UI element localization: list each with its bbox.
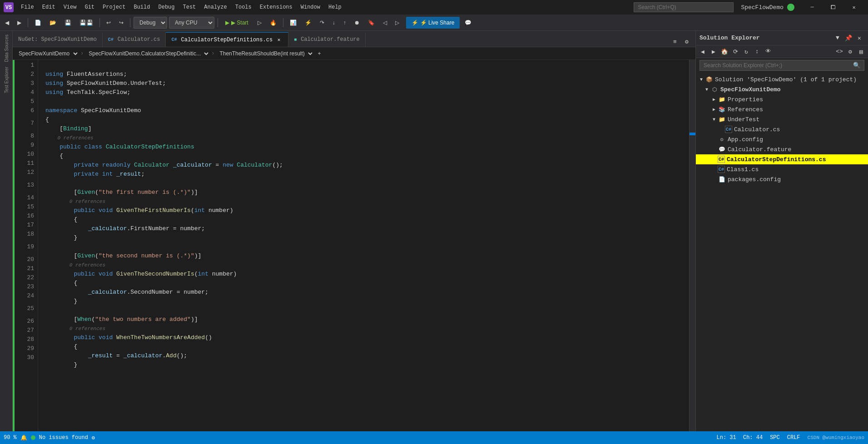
se-refresh-btn[interactable]: ↻	[741, 47, 751, 57]
tab-nuget[interactable]: NuGet: SpecFlowXunitDemo	[13, 32, 103, 47]
breakpoint-button[interactable]: ⏺	[351, 17, 363, 29]
menu-edit[interactable]: Edit	[39, 2, 59, 12]
feedback-button[interactable]: 💬	[461, 17, 475, 29]
menu-test[interactable]: Test	[179, 2, 200, 12]
se-pin-btn[interactable]: 📌	[843, 33, 853, 43]
tab-calculator[interactable]: C# Calculator.cs	[103, 32, 166, 47]
se-props-btn[interactable]: ⚙	[845, 47, 855, 57]
menu-project[interactable]: Project	[99, 2, 129, 12]
se-preview-btn[interactable]: ▤	[856, 47, 866, 57]
no-issues-label[interactable]: No issues found	[39, 434, 88, 441]
back-button[interactable]: ◀	[2, 17, 12, 29]
breadcrumb-add-btn[interactable]: +	[317, 48, 326, 59]
se-title: Solution Explorer	[699, 35, 833, 41]
close-button[interactable]: ✕	[843, 0, 864, 15]
se-search-input[interactable]	[704, 62, 853, 69]
tree-stepdefs-cs[interactable]: ▶ C# CalculatorStepDefinitions.cs	[696, 154, 868, 164]
menu-debug[interactable]: Debug	[154, 2, 178, 12]
step-into-button[interactable]: ↓	[329, 17, 338, 29]
tab-options-btn[interactable]: ⚙	[682, 37, 692, 47]
performance-button[interactable]: ⚡	[302, 17, 315, 29]
se-tree[interactable]: ▼ 📦 Solution 'SpecFlowDemo' (1 of 1 proj…	[696, 73, 868, 431]
code-editor[interactable]: 1 2 3 4 5 6 7 8 9 10 11 12 13 14 15 16 1…	[13, 60, 695, 431]
notification-icon[interactable]: 🔔	[20, 434, 27, 441]
tree-calculator-feature[interactable]: ▶ 💬 Calculator.feature	[696, 144, 868, 154]
tree-packages-config[interactable]: ▶ 📄 packages.config	[696, 174, 868, 184]
separator-1	[28, 18, 28, 27]
se-back-btn[interactable]: ◀	[698, 47, 708, 57]
global-search-input[interactable]	[634, 2, 734, 12]
encoding-info[interactable]: CRLF	[787, 434, 800, 441]
menu-git[interactable]: Git	[81, 2, 98, 12]
line-col-info[interactable]: Ln: 31 Ch: 44	[717, 434, 763, 441]
live-share-button[interactable]: ⚡ ⚡ Live Share	[406, 17, 460, 29]
tree-calculator-cs[interactable]: ▶ C# Calculator.cs	[696, 124, 868, 134]
diagnostics-button[interactable]: 📊	[287, 17, 300, 29]
arrow-solution: ▼	[698, 77, 705, 82]
save-all-button[interactable]: 💾💾	[76, 17, 96, 29]
zoom-control[interactable]: 90 %	[4, 434, 17, 441]
menu-tools[interactable]: Tools	[232, 2, 255, 12]
breadcrumb-namespace[interactable]: SpecFlowXunitDemo	[15, 49, 79, 59]
spaces-info[interactable]: SPC	[770, 434, 780, 441]
minimize-button[interactable]: —	[802, 0, 823, 15]
breadcrumb-method[interactable]: ThenTheResultShouldBe(int result)	[215, 49, 314, 59]
continue-button[interactable]: ▷	[254, 17, 265, 29]
start-button[interactable]: ▶ ▶ Start	[221, 17, 253, 29]
menu-file[interactable]: File	[17, 2, 38, 12]
sidebar-test-explorer[interactable]: Test Explorer	[1, 65, 12, 95]
redo-button[interactable]: ↪	[116, 17, 127, 29]
code-content[interactable]: using FluentAssertions; using SpecFlowXu…	[38, 60, 689, 431]
zoom-label: 90 %	[4, 434, 17, 441]
tree-app-config[interactable]: ▶ ⚙ App.config	[696, 134, 868, 144]
step-over-button[interactable]: ↷	[317, 17, 327, 29]
menu-help[interactable]: Help	[325, 2, 345, 12]
se-forward-btn[interactable]: ▶	[709, 47, 719, 57]
step-out-button[interactable]: ↑	[340, 17, 349, 29]
breadcrumb-class[interactable]: SpecFlowXunitDemo.CalculatorStepDefiniti…	[84, 49, 210, 59]
tree-solution[interactable]: ▼ 📦 Solution 'SpecFlowDemo' (1 of 1 proj…	[696, 74, 868, 84]
se-collapse-btn[interactable]: ▼	[833, 33, 843, 43]
menu-window[interactable]: Window	[297, 2, 324, 12]
left-sidebar: Data Sources Test Explorer	[0, 31, 13, 431]
menu-analyze[interactable]: Analyze	[200, 2, 230, 12]
se-show-all-btn[interactable]: 👁	[763, 47, 773, 57]
menu-build[interactable]: Build	[130, 2, 154, 12]
se-search-box[interactable]: 🔍	[699, 60, 864, 71]
se-collapse-all-btn[interactable]: ↕	[752, 47, 762, 57]
platform-dropdown[interactable]: Any CPU	[169, 17, 214, 29]
bookmark-next[interactable]: ▷	[392, 17, 402, 29]
undo-button[interactable]: ↩	[103, 17, 114, 29]
tree-class1-cs[interactable]: ▶ C# Class1.cs	[696, 164, 868, 174]
se-close-btn[interactable]: ✕	[854, 33, 864, 43]
debug-config-dropdown[interactable]: Debug	[134, 17, 167, 29]
tree-properties[interactable]: ▶ 📁 Properties	[696, 94, 868, 104]
maximize-button[interactable]: ⧠	[823, 0, 843, 15]
toolbar: ◀ ▶ 📄 📂 💾 💾💾 ↩ ↪ Debug Any CPU ▶ ▶ Start…	[0, 15, 868, 31]
tree-undertest[interactable]: ▼ 📁 UnderTest	[696, 114, 868, 124]
separator-3	[130, 18, 130, 27]
open-file-button[interactable]: 📂	[46, 17, 60, 29]
scroll-thumb[interactable]	[689, 133, 695, 135]
se-home-btn[interactable]: 🏠	[719, 47, 729, 57]
se-code-view-btn[interactable]: <>	[834, 47, 844, 57]
tab-settings-btn[interactable]: ≡	[670, 37, 680, 47]
tab-close-button[interactable]: ✕	[275, 36, 283, 44]
se-sync-btn[interactable]: ⟳	[730, 47, 740, 57]
menu-view[interactable]: View	[60, 2, 80, 12]
menu-extensions[interactable]: Extensions	[256, 2, 296, 12]
forward-button[interactable]: ▶	[14, 17, 25, 29]
editor-scrollbar[interactable]	[689, 60, 695, 431]
git-action-icon[interactable]: ⚙	[92, 434, 95, 441]
tab-step-definitions[interactable]: C# CalculatorStepDefinitions.cs ✕	[166, 32, 288, 47]
sidebar-data-sources[interactable]: Data Sources	[1, 33, 12, 64]
bookmark-button[interactable]: 🔖	[365, 17, 378, 29]
tab-feature[interactable]: ■ Calculator.feature	[288, 32, 366, 47]
tree-project[interactable]: ▼ ⬡ SpecFlowXunitDemo	[696, 84, 868, 94]
save-button[interactable]: 💾	[61, 17, 74, 29]
hot-reload-button[interactable]: 🔥	[267, 17, 280, 29]
bookmark-prev[interactable]: ◁	[380, 17, 390, 29]
new-file-button[interactable]: 📄	[31, 17, 45, 29]
ln-label: Ln: 31	[717, 434, 736, 441]
tree-references[interactable]: ▶ 📚 References	[696, 104, 868, 114]
